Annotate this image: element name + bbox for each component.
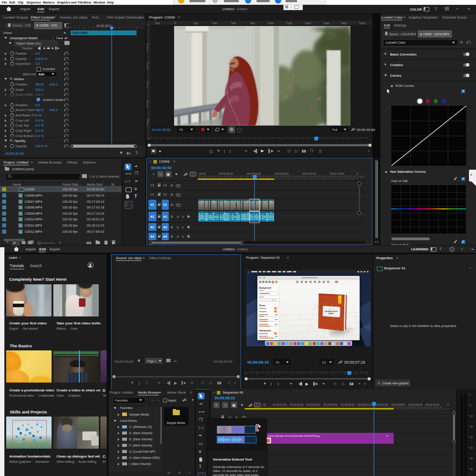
- svg-text:The Greatest: The Greatest: [328, 309, 334, 310]
- svg-text:Title text: Title text: [312, 305, 319, 311]
- svg-text:THE BEST BOOK: THE BEST BOOK: [324, 311, 338, 312]
- svg-text:EVER!: EVER!: [329, 313, 334, 315]
